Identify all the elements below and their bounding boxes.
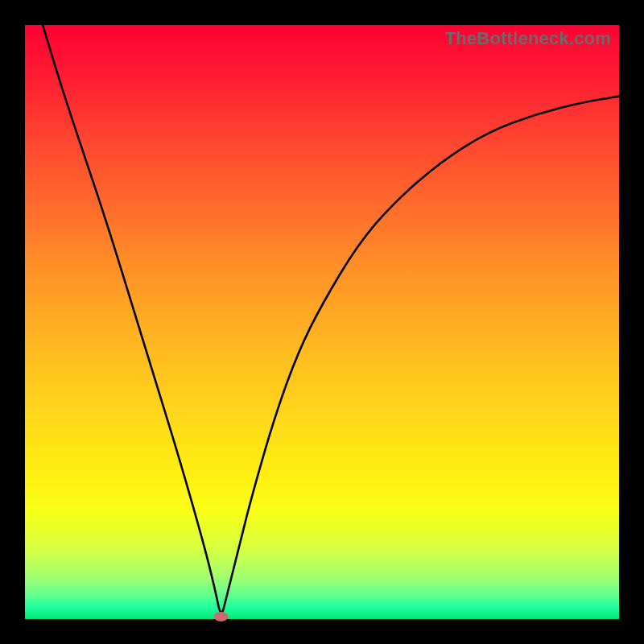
plot-area: TheBottleneck.com xyxy=(25,25,619,619)
chart-frame: TheBottleneck.com xyxy=(0,0,644,644)
minimum-marker xyxy=(214,612,229,621)
curve-svg xyxy=(25,25,619,619)
bottleneck-curve xyxy=(43,25,619,613)
